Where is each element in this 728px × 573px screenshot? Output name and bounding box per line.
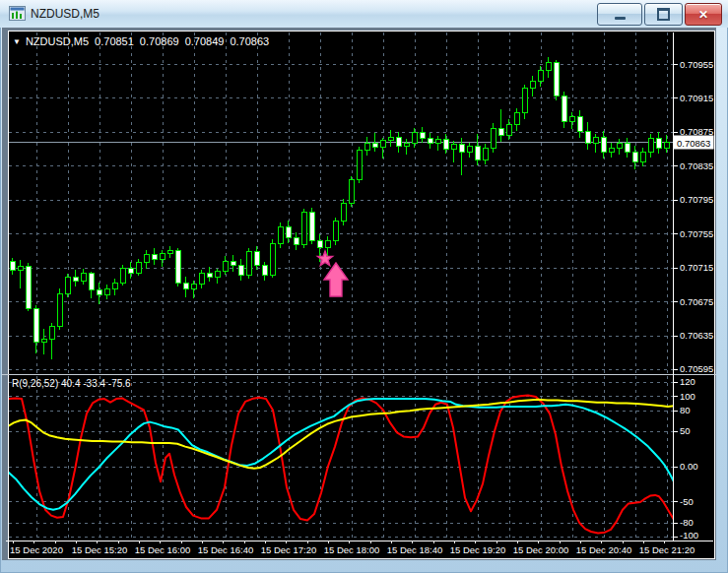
time-tick-label: 15 Dec 15:20	[72, 544, 128, 555]
restore-icon	[657, 8, 670, 21]
time-tick-label: 15 Dec 18:40	[387, 544, 443, 555]
indicator-tick-label: 120	[680, 376, 695, 387]
chevron-down-icon[interactable]: ▼	[13, 37, 21, 46]
quote-high: 0.70869	[140, 35, 179, 47]
indicator-label: R(9,26,52) 40.4 -33.4 -75.6	[12, 378, 131, 389]
indicator-plot-area[interactable]	[9, 376, 673, 540]
time-axis[interactable]: 15 Dec 202015 Dec 15:2015 Dec 16:0015 De…	[10, 544, 695, 555]
quote-low: 0.70849	[185, 35, 225, 47]
price-tick-label: 0.70715	[680, 262, 713, 273]
time-tick-label: 15 Dec 2020	[10, 544, 63, 555]
time-tick-label: 15 Dec 17:20	[261, 544, 317, 555]
current-price-label: 0.70863	[677, 138, 710, 149]
minimize-button[interactable]	[597, 3, 642, 26]
window-titlebar[interactable]: NZDUSD,M5 ✕	[0, 0, 728, 28]
restore-button[interactable]	[644, 3, 683, 26]
price-tick-label: 0.70955	[680, 59, 713, 70]
time-tick-label: 15 Dec 20:40	[576, 544, 632, 555]
time-tick-label: 15 Dec 16:00	[135, 544, 191, 555]
symbol-ohlc-header[interactable]: ▼NZDUSD,M50.708510.708690.708490.70863	[13, 35, 269, 47]
price-tick-label: 0.70675	[680, 296, 713, 307]
indicator-tick-label: 50	[680, 425, 691, 436]
time-tick-label: 15 Dec 18:00	[324, 544, 380, 555]
quote-open: 0.70851	[95, 35, 134, 47]
minimize-icon	[615, 17, 626, 20]
price-tick-label: 0.70795	[680, 194, 713, 205]
price-tick-label: 0.70915	[680, 93, 713, 103]
indicator-tick-label: 0.00	[680, 461, 698, 472]
header-symbol: NZDUSD,M5	[26, 35, 89, 47]
indicator-tick-label: -80	[680, 517, 694, 528]
time-tick-label: 15 Dec 16:40	[198, 544, 254, 555]
quote-close: 0.70863	[230, 35, 269, 47]
price-tick-label: 0.70755	[680, 228, 713, 239]
main-chart-plot-area[interactable]	[9, 32, 673, 373]
time-tick-label: 15 Dec 20:00	[513, 544, 569, 555]
close-button[interactable]: ✕	[685, 3, 722, 26]
chart-canvas[interactable]: 0.709550.709150.708750.708350.707950.707…	[0, 0, 728, 573]
time-tick-label: 15 Dec 21:20	[639, 544, 695, 555]
indicator-tick-label: 80	[680, 405, 691, 415]
chart-window-icon	[9, 6, 26, 21]
indicator-tick-label: 100	[680, 391, 695, 402]
indicator-tick-label: -100	[680, 530, 698, 541]
indicator-tick-label: -50	[680, 496, 694, 507]
window-title: NZDUSD,M5	[31, 7, 99, 21]
mt4-chart-window: 0.709550.709150.708750.708350.707950.707…	[0, 0, 728, 573]
close-icon: ✕	[698, 9, 708, 21]
price-tick-label: 0.70835	[680, 160, 713, 171]
price-tick-label: 0.70595	[680, 363, 713, 374]
price-tick-label: 0.70635	[680, 330, 713, 341]
time-tick-label: 15 Dec 19:20	[450, 544, 506, 555]
